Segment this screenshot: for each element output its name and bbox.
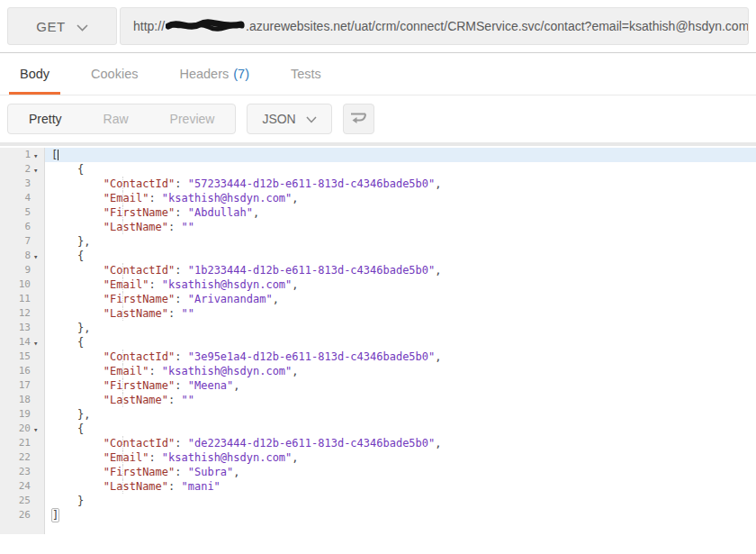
code-line-text[interactable]: "FirstName": "Subra",	[45, 465, 756, 479]
indent-guide	[122, 220, 123, 234]
code-line: 4 "Email": "ksathish@hsdyn.com",	[0, 191, 756, 205]
code-line-text[interactable]: "ContactId": "de223444-d12b-e611-813d-c4…	[45, 436, 756, 450]
view-preview[interactable]: Preview	[149, 104, 236, 133]
code-line-text[interactable]: {	[45, 422, 756, 436]
gutter-cell: 25	[0, 494, 45, 508]
response-tab-bar: Body Cookies Headers (7) Tests	[0, 53, 756, 95]
indent-guide	[122, 450, 123, 465]
gutter-cell: 6	[0, 220, 45, 234]
gutter-cell: 14▾	[0, 335, 45, 350]
code-line: 16 "Email": "ksathish@hsdyn.com",	[0, 364, 756, 378]
tab-tests[interactable]: Tests	[280, 53, 332, 95]
code-line-text[interactable]: "LastName": "mani"	[45, 479, 756, 494]
request-method-label: GET	[36, 19, 65, 34]
code-line: 26]	[0, 508, 756, 522]
response-body-editor[interactable]: 1▾[2▾ {3 "ContactId": "57233444-d12b-e61…	[0, 142, 756, 534]
code-line: 21 "ContactId": "de223444-d12b-e611-813d…	[0, 436, 756, 450]
code-line-text[interactable]: "Email": "ksathish@hsdyn.com",	[45, 191, 756, 205]
line-number: 6	[24, 220, 31, 234]
code-line-text[interactable]: }	[45, 494, 756, 508]
tab-body-label: Body	[20, 67, 50, 81]
line-number: 3	[24, 177, 31, 191]
view-raw[interactable]: Raw	[83, 104, 149, 133]
code-line: 13 },	[0, 321, 756, 335]
code-line-text[interactable]: "FirstName": "Arivanandam",	[45, 292, 756, 306]
fold-arrow-icon[interactable]: ▾	[33, 252, 38, 261]
indent-guide	[122, 436, 123, 450]
code-line-text[interactable]: "ContactId": "57233444-d12b-e611-813d-c4…	[45, 177, 756, 191]
gutter-cell: 23	[0, 465, 45, 479]
line-number: 19	[19, 407, 31, 422]
fold-arrow-icon[interactable]: ▾	[33, 151, 38, 160]
code-line-text[interactable]: "Email": "ksathish@hsdyn.com",	[45, 450, 756, 465]
tab-body[interactable]: Body	[9, 53, 60, 95]
gutter-cell: 5	[0, 205, 45, 220]
view-switcher: Pretty Raw Preview	[7, 104, 236, 134]
indent-guide	[122, 177, 123, 191]
line-number: 25	[19, 494, 31, 508]
code-line-text[interactable]: },	[45, 321, 756, 335]
code-line-text[interactable]: "Email": "ksathish@hsdyn.com",	[45, 364, 756, 378]
line-number: 20	[19, 422, 31, 436]
code-line: 2▾ {	[0, 162, 756, 177]
code-line: 9 "ContactId": "1b233444-d12b-e611-813d-…	[0, 263, 756, 277]
indent-guide	[122, 306, 123, 321]
fold-arrow-icon[interactable]: ▾	[33, 339, 38, 348]
fold-arrow-icon[interactable]: ▾	[33, 425, 38, 434]
code-line-text[interactable]: "LastName": ""	[45, 393, 756, 407]
code-line-text[interactable]: {	[45, 335, 756, 350]
code-line: 17 "FirstName": "Meena",	[0, 378, 756, 393]
tab-headers[interactable]: Headers (7)	[168, 53, 260, 95]
code-line-text[interactable]: "FirstName": "Abdullah",	[45, 205, 756, 220]
gutter-cell: 12	[0, 306, 45, 321]
wrap-text-icon	[350, 111, 367, 128]
chevron-down-icon	[306, 112, 317, 126]
line-number: 21	[19, 436, 31, 450]
line-number: 2	[24, 162, 31, 177]
format-dropdown[interactable]: JSON	[247, 104, 331, 134]
line-number: 16	[19, 364, 31, 378]
line-number: 17	[19, 378, 31, 393]
code-line-text[interactable]: "LastName": ""	[45, 220, 756, 234]
gutter-cell: 19	[0, 407, 45, 422]
request-method-dropdown[interactable]: GET	[7, 7, 117, 45]
line-number: 13	[19, 321, 31, 335]
code-line: 7 },	[0, 234, 756, 249]
code-line-text[interactable]: [	[45, 148, 756, 162]
code-line-text[interactable]: "ContactId": "1b233444-d12b-e611-813d-c4…	[45, 263, 756, 277]
code-line-text[interactable]: ]	[45, 508, 756, 522]
gutter-cell: 13	[0, 321, 45, 335]
view-pretty[interactable]: Pretty	[8, 104, 83, 133]
indent-guide	[122, 393, 123, 407]
code-line-text[interactable]: {	[45, 249, 756, 263]
indent-guide	[122, 364, 123, 378]
code-line-text[interactable]: "LastName": ""	[45, 306, 756, 321]
code-line-text[interactable]: },	[45, 407, 756, 422]
request-url-input[interactable]: http:// .azurewebsites.net/uat/crm/conne…	[120, 7, 749, 45]
text-cursor	[58, 150, 58, 160]
code-line: 15 "ContactId": "3e95e1a4-d12b-e611-813d…	[0, 350, 756, 364]
indent-guide	[122, 191, 123, 205]
indent-guide	[122, 205, 123, 220]
gutter-cell: 4	[0, 191, 45, 205]
line-number: 4	[24, 191, 31, 205]
gutter-cell: 26	[0, 508, 45, 522]
headers-count-badge: (7)	[233, 67, 249, 81]
code-line-text[interactable]: "Email": "ksathish@hsdyn.com",	[45, 277, 756, 292]
wrap-text-button[interactable]	[343, 104, 374, 134]
gutter-cell: 1▾	[0, 148, 45, 162]
fold-arrow-icon[interactable]: ▾	[33, 166, 38, 175]
gutter-cell: 2▾	[0, 162, 45, 177]
url-prefix: http://	[133, 19, 165, 33]
code-line-text[interactable]: "FirstName": "Meena",	[45, 378, 756, 393]
format-dropdown-label: JSON	[262, 112, 295, 126]
line-number: 12	[19, 306, 31, 321]
code-line-text[interactable]: },	[45, 234, 756, 249]
code-line: 11 "FirstName": "Arivanandam",	[0, 292, 756, 306]
line-number: 7	[24, 234, 31, 249]
code-line-text[interactable]: {	[45, 162, 756, 177]
indent-guide	[122, 277, 123, 292]
indent-guide	[122, 479, 123, 494]
code-line-text[interactable]: "ContactId": "3e95e1a4-d12b-e611-813d-c4…	[45, 350, 756, 364]
tab-cookies[interactable]: Cookies	[80, 53, 148, 95]
